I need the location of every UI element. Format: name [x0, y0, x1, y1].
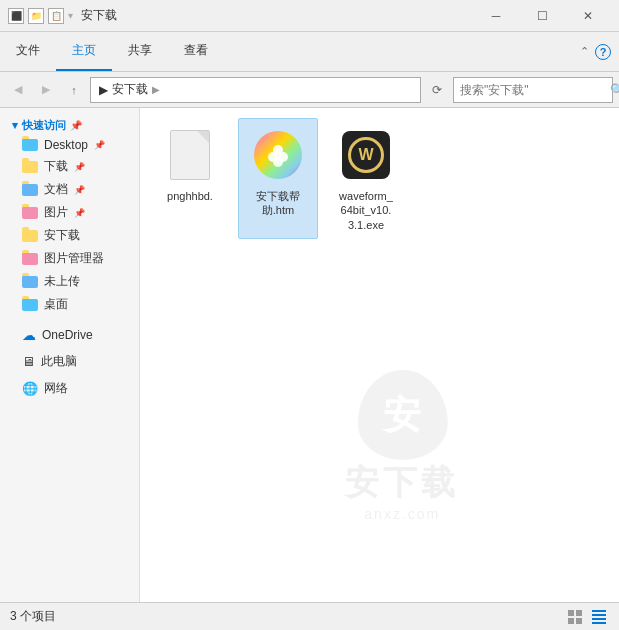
sidebar-label-unuploaded: 未上传 — [44, 273, 80, 290]
sidebar-label-desktop: Desktop — [44, 138, 88, 152]
file-item-waveform[interactable]: W waveform_64bit_v10.3.1.exe — [326, 118, 406, 239]
svg-point-4 — [274, 151, 282, 159]
generic-file-icon — [170, 130, 210, 180]
quick-access-icon[interactable]: ⬛ — [8, 8, 24, 24]
item-count: 3 个项目 — [10, 608, 56, 625]
folder-download-icon — [22, 161, 38, 173]
folder-zhuomian-icon — [22, 299, 38, 311]
sidebar-label-network: 网络 — [44, 380, 68, 397]
quick-access-arrow: ▾ — [12, 119, 18, 132]
sidebar-item-zhuomian[interactable]: 桌面 — [0, 293, 139, 316]
close-button[interactable]: ✕ — [565, 0, 611, 32]
quick-access-header[interactable]: ▾ 快速访问 📌 — [0, 114, 139, 135]
sidebar-item-desktop[interactable]: Desktop 📌 — [0, 135, 139, 155]
main-layout: ▾ 快速访问 📌 Desktop 📌 下载 📌 文档 📌 图片 📌 安下载 — [0, 108, 619, 602]
sidebar-label-thispc: 此电脑 — [41, 353, 77, 370]
sidebar-item-thispc[interactable]: 🖥 此电脑 — [0, 350, 139, 373]
folder-desktop-icon — [22, 139, 38, 151]
title-bar: ⬛ 📁 📋 ▾ 安下载 ─ ☐ ✕ — [0, 0, 619, 32]
folder-anzaixia-icon — [22, 230, 38, 242]
watermark-shield: 安 — [357, 370, 447, 460]
breadcrumb-folder: 安下载 — [112, 81, 148, 98]
menu-bar: 文件 主页 共享 查看 ⌃ ? — [0, 32, 619, 72]
sidebar-item-download[interactable]: 下载 📌 — [0, 155, 139, 178]
pin-docs-icon: 📌 — [74, 185, 85, 195]
up-button[interactable]: ↑ — [62, 78, 86, 102]
search-input[interactable] — [460, 83, 610, 97]
refresh-button[interactable]: ⟳ — [425, 78, 449, 102]
onedrive-icon: ☁ — [22, 327, 36, 343]
breadcrumb-sep: ▶ — [152, 84, 160, 95]
sidebar-item-pic-manager[interactable]: 图片管理器 — [0, 247, 139, 270]
svg-rect-9 — [592, 610, 606, 612]
status-bar: 3 个项目 — [0, 602, 619, 630]
waveform-app-icon: W — [342, 131, 390, 179]
file-item-anzaixia-help[interactable]: 安下载帮助.htm — [238, 118, 318, 239]
minimize-button[interactable]: ─ — [473, 0, 519, 32]
svg-rect-5 — [568, 610, 574, 616]
watermark: 安 安下载 anxz.com — [345, 370, 459, 522]
sidebar-item-anzaixa[interactable]: 安下载 — [0, 224, 139, 247]
svg-rect-12 — [592, 622, 606, 624]
content-area: 安 安下载 anxz.com pnghhbd. — [140, 108, 619, 602]
svg-rect-11 — [592, 618, 606, 620]
window-title: 安下载 — [81, 7, 473, 24]
sidebar: ▾ 快速访问 📌 Desktop 📌 下载 📌 文档 📌 图片 📌 安下载 — [0, 108, 140, 602]
network-icon: 🌐 — [22, 381, 38, 396]
photos-svg — [264, 141, 292, 169]
sidebar-label-picmgr: 图片管理器 — [44, 250, 104, 267]
file-icon-anzaixia-help — [254, 125, 302, 185]
grid-view-icon — [568, 610, 582, 624]
title-bar-icons: ⬛ 📁 📋 ▾ — [8, 8, 73, 24]
sidebar-item-pics[interactable]: 图片 📌 — [0, 201, 139, 224]
sidebar-item-onedrive[interactable]: ☁ OneDrive — [0, 324, 139, 346]
properties-icon[interactable]: 📋 — [48, 8, 64, 24]
sidebar-item-network[interactable]: 🌐 网络 — [0, 377, 139, 400]
file-name-anzaixia-help: 安下载帮助.htm — [256, 189, 300, 218]
pin-pics-icon: 📌 — [74, 208, 85, 218]
sidebar-label-onedrive: OneDrive — [42, 328, 93, 342]
view-controls — [565, 607, 609, 627]
sidebar-item-docs[interactable]: 文档 📌 — [0, 178, 139, 201]
new-folder-icon[interactable]: 📁 — [28, 8, 44, 24]
tab-file[interactable]: 文件 — [0, 32, 56, 71]
tab-home[interactable]: 主页 — [56, 32, 112, 71]
folder-picmgr-icon — [22, 253, 38, 265]
pin-desktop-icon: 📌 — [94, 140, 105, 150]
expand-ribbon-icon[interactable]: ⌃ — [580, 45, 589, 58]
folder-unuploaded-icon — [22, 276, 38, 288]
search-bar[interactable]: 🔍 — [453, 77, 613, 103]
svg-rect-7 — [568, 618, 574, 624]
svg-rect-6 — [576, 610, 582, 616]
sidebar-item-unuploaded[interactable]: 未上传 — [0, 270, 139, 293]
forward-button[interactable]: ▶ — [34, 78, 58, 102]
svg-rect-8 — [576, 618, 582, 624]
sidebar-label-pics: 图片 — [44, 204, 68, 221]
folder-docs-icon — [22, 184, 38, 196]
file-name-waveform: waveform_64bit_v10.3.1.exe — [339, 189, 393, 232]
list-view-icon — [592, 610, 606, 624]
thispc-icon: 🖥 — [22, 354, 35, 369]
folder-pics-icon — [22, 207, 38, 219]
sidebar-label-zhuomian: 桌面 — [44, 296, 68, 313]
photos-icon — [254, 131, 302, 179]
maximize-button[interactable]: ☐ — [519, 0, 565, 32]
file-item-pnghhbd[interactable]: pnghhbd. — [150, 118, 230, 239]
pin-download-icon: 📌 — [74, 162, 85, 172]
watermark-text-cn: 安下载 — [345, 460, 459, 506]
file-name-cn: 安下载帮助.htm — [256, 190, 300, 216]
watermark-text-en: anxz.com — [364, 506, 440, 522]
list-view-button[interactable] — [589, 607, 609, 627]
sidebar-label-docs: 文档 — [44, 181, 68, 198]
breadcrumb-bar[interactable]: ▶ 安下载 ▶ — [90, 77, 421, 103]
tab-share[interactable]: 共享 — [112, 32, 168, 71]
waveform-w-badge: W — [348, 137, 384, 173]
tb-separator: ▾ — [68, 10, 73, 21]
pin-icon: 📌 — [70, 120, 82, 131]
tab-view[interactable]: 查看 — [168, 32, 224, 71]
search-icon[interactable]: 🔍 — [610, 83, 619, 97]
back-button[interactable]: ◀ — [6, 78, 30, 102]
grid-view-button[interactable] — [565, 607, 585, 627]
help-icon[interactable]: ? — [595, 44, 611, 60]
window-controls: ─ ☐ ✕ — [473, 0, 611, 32]
